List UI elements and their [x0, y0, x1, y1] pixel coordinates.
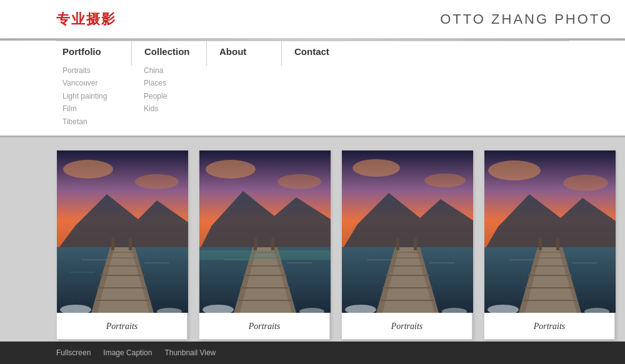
nav-col-about: About — [206, 41, 281, 66]
site-title-en: OTTO ZHANG PHOTO — [440, 11, 612, 27]
nav-sub-vancouver[interactable]: Vancouver — [62, 77, 119, 89]
footer: Fullscreen Image Caption Thunbnail View — [0, 342, 625, 364]
svg-point-15 — [135, 174, 179, 189]
svg-rect-41 — [199, 250, 331, 260]
svg-point-14 — [63, 160, 113, 179]
main-content: Portraits — [0, 137, 625, 352]
collection-subnav: China Places People Kids — [131, 64, 206, 116]
photo-card-2[interactable]: Portraits — [199, 150, 330, 340]
nav-bottom: Portraits Vancouver Light painting Film … — [56, 64, 569, 135]
svg-point-57 — [424, 174, 466, 187]
nav-sub-lightpainting[interactable]: Light painting — [62, 90, 119, 102]
nav-top: Portfolio Collection About Contact — [56, 41, 569, 66]
svg-point-35 — [206, 160, 256, 179]
portfolio-subnav: Portraits Vancouver Light painting Film … — [56, 64, 131, 128]
svg-point-77 — [563, 175, 608, 191]
nav-sub-china[interactable]: China — [144, 64, 194, 77]
nav-sub-film[interactable]: Film — [62, 102, 119, 115]
nav-sub-places[interactable]: Places — [144, 77, 194, 89]
photo-img-1 — [57, 150, 188, 313]
nav-portfolio-label[interactable]: Portfolio — [62, 46, 119, 57]
photo-img-2 — [199, 150, 331, 313]
photo-card-3[interactable]: Portraits — [341, 150, 472, 340]
photo-caption-4: Portraits — [484, 313, 614, 339]
nav-sub-portraits[interactable]: Portraits — [62, 64, 119, 77]
svg-point-76 — [488, 160, 541, 180]
footer-image-caption[interactable]: Image Caption — [103, 348, 152, 357]
svg-rect-55 — [414, 238, 417, 250]
svg-point-56 — [352, 159, 400, 177]
svg-rect-54 — [396, 238, 399, 250]
photo-card-4[interactable]: Portraits — [484, 150, 615, 340]
nav-col-portfolio: Portfolio — [56, 41, 131, 66]
site-title-cn: 专业摄影 — [56, 10, 116, 29]
nav-col-contact: Contact — [281, 41, 356, 66]
nav-collection-label[interactable]: Collection — [144, 46, 194, 57]
svg-rect-34 — [271, 238, 274, 250]
footer-fullscreen[interactable]: Fullscreen — [56, 348, 91, 357]
footer-thumbnail-view[interactable]: Thunbnail View — [164, 348, 216, 357]
svg-rect-12 — [111, 238, 114, 250]
nav-contact-label[interactable]: Contact — [294, 46, 344, 57]
nav-sub-tibetan[interactable]: Tibetan — [62, 116, 119, 128]
nav-col-collection: Collection — [131, 41, 206, 66]
nav-about-label[interactable]: About — [219, 46, 269, 57]
nav-sub-kids[interactable]: Kids — [144, 102, 194, 115]
photo-card-1[interactable]: Portraits — [56, 150, 188, 340]
photo-caption-2: Portraits — [199, 313, 329, 339]
svg-rect-75 — [556, 238, 559, 250]
photo-img-4 — [484, 150, 616, 313]
photo-caption-3: Portraits — [342, 313, 472, 339]
photo-img-3 — [342, 150, 473, 313]
nav-sub-people[interactable]: People — [144, 90, 194, 102]
svg-rect-13 — [129, 238, 132, 250]
header: 专业摄影 OTTO ZHANG PHOTO — [0, 0, 625, 39]
svg-point-36 — [278, 174, 321, 189]
svg-rect-74 — [539, 238, 542, 250]
photo-caption-1: Portraits — [57, 313, 187, 339]
svg-rect-33 — [254, 238, 257, 250]
nav-area: Portfolio Collection About Contact Portr… — [0, 41, 625, 137]
